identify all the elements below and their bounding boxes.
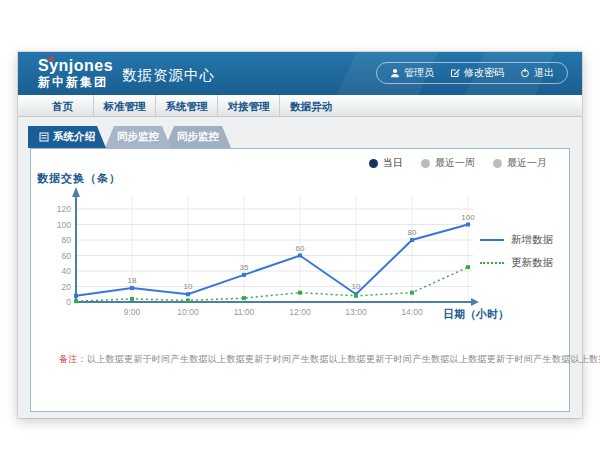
tab-label: 系统介绍 bbox=[53, 130, 95, 144]
main-nav: 首页 标准管理 系统管理 对接管理 数据异动 bbox=[18, 95, 582, 117]
user-menu-change-password[interactable]: 修改密码 bbox=[450, 66, 504, 80]
user-menu-label: 管理员 bbox=[404, 66, 434, 80]
dotted-line-icon bbox=[480, 262, 504, 264]
svg-text:10:00: 10:00 bbox=[177, 307, 199, 317]
legend-label: 更新数据 bbox=[511, 256, 553, 270]
svg-text:60: 60 bbox=[62, 251, 72, 261]
svg-text:10: 10 bbox=[352, 282, 361, 291]
svg-text:60: 60 bbox=[296, 244, 305, 253]
user-menu-admin[interactable]: 管理员 bbox=[390, 66, 434, 80]
tab-sync-monitor-1[interactable]: 同步监控 bbox=[105, 126, 171, 148]
svg-text:40: 40 bbox=[62, 266, 72, 276]
site-title: 数据资源中心 bbox=[122, 66, 215, 85]
tab-label: 同步监控 bbox=[117, 130, 159, 144]
x-axis-title: 日期（小时） bbox=[443, 307, 509, 322]
svg-text:9:00: 9:00 bbox=[124, 307, 141, 317]
nav-item-home[interactable]: 首页 bbox=[32, 95, 94, 116]
tab-label: 同步监控 bbox=[177, 130, 219, 144]
tab-system-intro[interactable]: 系统介绍 bbox=[28, 126, 106, 148]
nav-item-standard-mgmt[interactable]: 标准管理 bbox=[94, 95, 156, 116]
user-menu-label: 退出 bbox=[534, 66, 554, 80]
svg-text:80: 80 bbox=[408, 228, 417, 237]
svg-text:100: 100 bbox=[461, 213, 475, 222]
svg-text:11:00: 11:00 bbox=[234, 307, 255, 317]
svg-text:0: 0 bbox=[66, 297, 71, 307]
user-icon bbox=[390, 68, 400, 78]
svg-text:10: 10 bbox=[184, 282, 193, 291]
legend-label: 新增数据 bbox=[511, 233, 553, 247]
svg-text:13:00: 13:00 bbox=[345, 307, 367, 317]
logo-wordmark: Synjones bbox=[38, 57, 113, 75]
user-menu-label: 修改密码 bbox=[464, 66, 504, 80]
svg-text:35: 35 bbox=[240, 263, 249, 272]
tab-sync-monitor-2[interactable]: 同步监控 bbox=[165, 126, 231, 148]
page: { "header": { "logo_primary": "Synjones"… bbox=[0, 0, 600, 450]
svg-text:20: 20 bbox=[62, 282, 72, 292]
app-window: Synjones 新中新集团 数据资源中心 管理员 修改密码 bbox=[18, 52, 582, 418]
svg-text:100: 100 bbox=[57, 220, 71, 230]
footnote: 备注：以上数据更新于时间产生数据以上数据更新于时间产生数据以上数据更新于时间产生… bbox=[59, 353, 600, 366]
chart-legend: 新增数据 更新数据 bbox=[480, 233, 553, 270]
app-header: Synjones 新中新集团 数据资源中心 管理员 修改密码 bbox=[18, 52, 582, 95]
nav-item-data-change[interactable]: 数据异动 bbox=[280, 95, 342, 116]
logo-subtext: 新中新集团 bbox=[38, 76, 113, 89]
nav-item-connect-mgmt[interactable]: 对接管理 bbox=[218, 95, 280, 116]
svg-text:14:00: 14:00 bbox=[401, 307, 423, 317]
power-icon bbox=[520, 68, 530, 78]
edit-icon bbox=[450, 68, 460, 78]
user-menu: 管理员 修改密码 退出 bbox=[376, 62, 568, 84]
nav-item-system-mgmt[interactable]: 系统管理 bbox=[156, 95, 218, 116]
svg-text:120: 120 bbox=[57, 204, 71, 214]
footnote-prefix: 备注： bbox=[59, 354, 87, 364]
chart-panel: 当日 最近一周 最近一月 数据交换（条） 0204060801001209:00… bbox=[30, 148, 570, 412]
user-menu-logout[interactable]: 退出 bbox=[520, 66, 554, 80]
legend-item-updated-data[interactable]: 更新数据 bbox=[480, 256, 553, 270]
solid-line-icon bbox=[480, 239, 504, 241]
svg-text:12:00: 12:00 bbox=[289, 307, 311, 317]
svg-text:80: 80 bbox=[62, 235, 72, 245]
legend-item-new-data[interactable]: 新增数据 bbox=[480, 233, 553, 247]
svg-text:18: 18 bbox=[128, 276, 137, 285]
footnote-text: 以上数据更新于时间产生数据以上数据更新于时间产生数据以上数据更新于时间产生数据以… bbox=[87, 354, 600, 364]
document-icon bbox=[39, 132, 49, 142]
company-logo: Synjones 新中新集团 bbox=[38, 57, 113, 89]
